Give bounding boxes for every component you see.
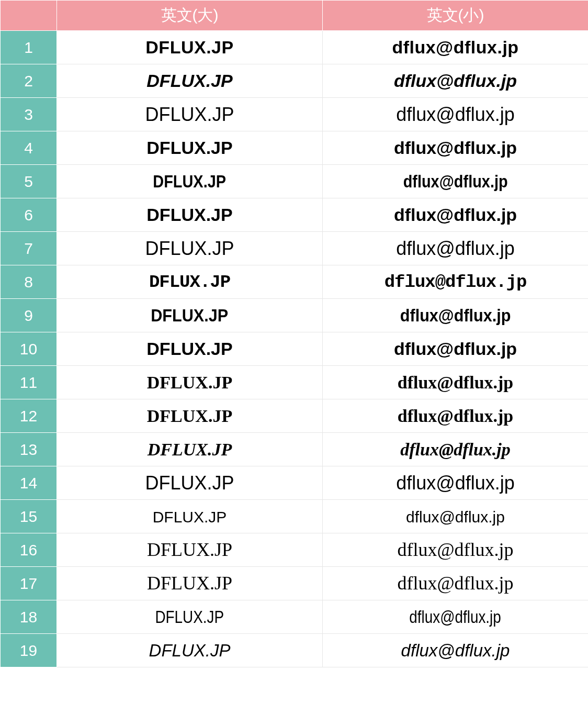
row-number: 10 — [1, 332, 57, 366]
table-row: 2 DFLUX.JP dflux@dflux.jp — [1, 64, 589, 98]
row-number: 12 — [1, 399, 57, 433]
table-row: 12 DFLUX.JP dflux@dflux.jp — [1, 399, 589, 433]
table-row: 5 DFLUX.JP dflux@dflux.jp — [1, 165, 589, 198]
header-lowercase: 英文(小) — [323, 1, 589, 31]
sample-text: DFLUX.JP — [147, 573, 232, 594]
table-row: 16 DFLUX.JP dflux@dflux.jp — [1, 533, 589, 567]
sample-upper: DFLUX.JP — [57, 198, 323, 232]
sample-upper: DFLUX.JP — [57, 600, 323, 634]
sample-text: DFLUX.JP — [145, 104, 234, 125]
sample-text: dflux@dflux.jp — [396, 472, 515, 494]
table-row: 14 DFLUX.JP dflux@dflux.jp — [1, 466, 589, 500]
row-number: 14 — [1, 466, 57, 500]
sample-text: DFLUX.JP — [146, 71, 232, 91]
sample-text: dflux@dflux.jp — [396, 238, 515, 259]
header-uppercase: 英文(大) — [57, 1, 323, 31]
sample-lower: dflux@dflux.jp — [323, 634, 589, 667]
table-row: 11 DFLUX.JP dflux@dflux.jp — [1, 366, 589, 399]
sample-text: DFLUX.JP — [149, 272, 230, 292]
table-row: 3 DFLUX.JP dflux@dflux.jp — [1, 98, 589, 131]
sample-text: dflux@dflux.jp — [394, 138, 517, 158]
sample-text: dflux@dflux.jp — [403, 172, 508, 191]
sample-upper: DFLUX.JP — [57, 31, 323, 64]
sample-text: dflux@dflux.jp — [398, 406, 514, 426]
sample-upper: DFLUX.JP — [57, 332, 323, 366]
sample-lower: dflux@dflux.jp — [323, 533, 589, 567]
sample-lower: dflux@dflux.jp — [323, 31, 589, 64]
sample-lower: dflux@dflux.jp — [323, 198, 589, 232]
sample-text: DFLUX.JP — [155, 607, 224, 627]
sample-text: DFLUX.JP — [151, 306, 229, 325]
row-number: 16 — [1, 533, 57, 567]
sample-lower: dflux@dflux.jp — [323, 332, 589, 366]
sample-upper: DFLUX.JP — [57, 265, 323, 299]
sample-upper: DFLUX.JP — [57, 98, 323, 131]
sample-lower: dflux@dflux.jp — [323, 366, 589, 399]
sample-lower: dflux@dflux.jp — [323, 466, 589, 500]
sample-upper: DFLUX.JP — [57, 366, 323, 399]
sample-upper: DFLUX.JP — [57, 433, 323, 466]
sample-lower: dflux@dflux.jp — [323, 265, 589, 299]
row-number: 7 — [1, 232, 57, 265]
table-row: 10 DFLUX.JP dflux@dflux.jp — [1, 332, 589, 366]
sample-upper: DFLUX.JP — [57, 64, 323, 98]
table-row: 17 DFLUX.JP dflux@dflux.jp — [1, 567, 589, 600]
sample-text: DFLUX.JP — [146, 138, 232, 158]
sample-lower: dflux@dflux.jp — [323, 98, 589, 131]
sample-text: dflux@dflux.jp — [396, 104, 515, 125]
sample-text: dflux@dflux.jp — [397, 539, 513, 560]
sample-text: DFLUX.JP — [149, 641, 231, 660]
sample-text: DFLUX.JP — [147, 373, 232, 392]
row-number: 2 — [1, 64, 57, 98]
sample-text: DFLUX.JP — [153, 508, 227, 526]
sample-lower: dflux@dflux.jp — [323, 64, 589, 98]
table-row: 7 DFLUX.JP dflux@dflux.jp — [1, 232, 589, 265]
row-number: 1 — [1, 31, 57, 64]
sample-lower: dflux@dflux.jp — [323, 567, 589, 600]
table-row: 8 DFLUX.JP dflux@dflux.jp — [1, 265, 589, 299]
font-sample-table: 英文(大) 英文(小) 1 DFLUX.JP dflux@dflux.jp 2 … — [0, 0, 588, 667]
sample-upper: DFLUX.JP — [57, 533, 323, 567]
sample-text: DFLUX.JP — [148, 440, 232, 459]
sample-text: dflux@dflux.jp — [400, 306, 511, 325]
table-row: 1 DFLUX.JP dflux@dflux.jp — [1, 31, 589, 64]
sample-lower: dflux@dflux.jp — [323, 131, 589, 165]
sample-upper: DFLUX.JP — [57, 399, 323, 433]
table-row: 6 DFLUX.JP dflux@dflux.jp — [1, 198, 589, 232]
sample-text: dflux@dflux.jp — [397, 573, 513, 594]
sample-lower: dflux@dflux.jp — [323, 600, 589, 634]
sample-lower: dflux@dflux.jp — [323, 433, 589, 466]
table-header-row: 英文(大) 英文(小) — [1, 1, 589, 31]
row-number: 13 — [1, 433, 57, 466]
row-number: 8 — [1, 265, 57, 299]
sample-text: DFLUX.JP — [146, 339, 232, 359]
row-number: 5 — [1, 165, 57, 198]
row-number: 11 — [1, 366, 57, 399]
sample-upper: DFLUX.JP — [57, 165, 323, 198]
table-row: 15 DFLUX.JP dflux@dflux.jp — [1, 500, 589, 533]
sample-lower: dflux@dflux.jp — [323, 165, 589, 198]
sample-lower: dflux@dflux.jp — [323, 299, 589, 332]
row-number: 9 — [1, 299, 57, 332]
sample-text: dflux@dflux.jp — [394, 339, 517, 359]
sample-upper: DFLUX.JP — [57, 500, 323, 533]
row-number: 19 — [1, 634, 57, 667]
sample-upper: DFLUX.JP — [57, 634, 323, 667]
sample-upper: DFLUX.JP — [57, 131, 323, 165]
sample-text: DFLUX.JP — [145, 37, 233, 57]
row-number: 6 — [1, 198, 57, 232]
row-number: 4 — [1, 131, 57, 165]
sample-lower: dflux@dflux.jp — [323, 500, 589, 533]
sample-text: DFLUX.JP — [147, 406, 232, 426]
row-number: 3 — [1, 98, 57, 131]
table-row: 19 DFLUX.JP dflux@dflux.jp — [1, 634, 589, 667]
sample-text: DFLUX.JP — [145, 238, 234, 259]
table-body: 1 DFLUX.JP dflux@dflux.jp 2 DFLUX.JP dfl… — [1, 31, 589, 667]
sample-lower: dflux@dflux.jp — [323, 232, 589, 265]
sample-text: DFLUX.JP — [145, 472, 234, 494]
sample-upper: DFLUX.JP — [57, 299, 323, 332]
sample-text: dflux@dflux.jp — [400, 440, 511, 459]
sample-text: dflux@dflux.jp — [394, 205, 517, 225]
sample-upper: DFLUX.JP — [57, 466, 323, 500]
sample-text: DFLUX.JP — [147, 539, 232, 560]
